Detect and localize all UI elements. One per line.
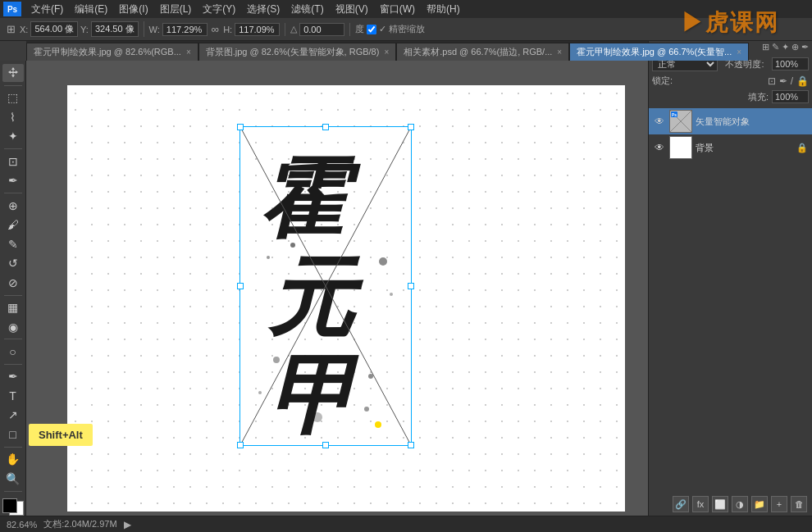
adjustment-btn[interactable]: ◑ [732, 496, 748, 512]
stamp-tool[interactable]: ✎ [2, 235, 24, 253]
group-btn[interactable]: 📁 [751, 496, 768, 512]
tab-0-close[interactable]: × [186, 48, 191, 57]
dodge-tool[interactable]: ○ [2, 343, 24, 361]
fill-input[interactable] [772, 90, 809, 103]
lock-position-icon[interactable]: ✒ [779, 75, 787, 87]
handle-top-left[interactable] [237, 124, 244, 130]
eyedropper-tool[interactable]: ✒ [2, 171, 24, 189]
shape-tool[interactable]: □ [2, 425, 24, 443]
handle-bottom-center[interactable] [322, 442, 329, 448]
menu-file[interactable]: 文件(F) [26, 1, 68, 18]
tab-2[interactable]: 相关素材.psd @ 66.7%(描边, RGB/... × [396, 43, 569, 61]
menu-help[interactable]: 帮助(H) [422, 1, 465, 18]
separator-2 [4, 148, 22, 149]
handle-bottom-right[interactable] [408, 442, 414, 448]
tab-2-label: 相关素材.psd @ 66.7%(描边, RGB/... [404, 46, 552, 58]
layer-eye-vector[interactable]: 👁 [653, 115, 666, 128]
ps-logo: Ps [3, 2, 21, 16]
y-value[interactable]: 324.50 像 [91, 21, 139, 37]
layer-name-vector: 矢量智能对象 [696, 116, 808, 128]
watermark-text: ▶虎课网 [681, 7, 779, 39]
tab-1-close[interactable]: × [384, 48, 389, 57]
zoom-level: 82.64% [7, 520, 37, 530]
w-value[interactable]: 117.29% [162, 23, 208, 36]
tab-3[interactable]: 霍元甲制绘效果.jpg @ 66.7%(矢量智... × [569, 43, 749, 61]
brush-tool[interactable]: 🖌 [2, 216, 24, 234]
tab-1[interactable]: 背景图.jpg @ 82.6%(矢量智能对象, RGB/8) × [198, 43, 397, 61]
move-tool[interactable] [2, 64, 24, 82]
anti-alias-checkbox[interactable] [367, 25, 376, 34]
menu-window[interactable]: 窗口(W) [375, 1, 420, 18]
separator-4 [4, 295, 22, 296]
anti-alias-text: ✓ 精密缩放 [379, 23, 425, 35]
select-tool[interactable]: ⬚ [2, 89, 24, 107]
history-brush-tool[interactable]: ↺ [2, 254, 24, 272]
layer-eye-background[interactable]: 👁 [653, 141, 666, 154]
separator-6 [4, 364, 22, 365]
watermark: ▶虎课网 [648, 0, 812, 45]
h-label: H: [223, 25, 232, 34]
fill-row: 填充: [649, 89, 812, 105]
layer-item-vector[interactable]: 👁 Ps 矢量智能对象 [649, 108, 812, 134]
layers-list: 👁 Ps 矢量智能对象 👁 背景 🔒 [649, 108, 812, 161]
h-value[interactable]: 117.09% [235, 23, 280, 36]
lock-all-icon[interactable]: 🔒 [796, 75, 809, 87]
path-select-tool[interactable]: ↗ [2, 407, 24, 425]
layer-lock-icon: 🔒 [796, 143, 808, 153]
x-label: X: [20, 25, 28, 34]
menu-filter[interactable]: 滤镜(T) [286, 1, 328, 18]
fill-label: 填充: [748, 91, 769, 103]
separator-8 [4, 491, 22, 492]
link-layers-btn[interactable]: 🔗 [673, 496, 689, 512]
arrow-icon[interactable]: ▶ [124, 519, 131, 530]
tab-2-close[interactable]: × [557, 48, 562, 57]
zoom-tool[interactable]: 🔍 [2, 470, 24, 488]
layer-thumb-vector: Ps [669, 110, 692, 133]
lock-pixels-icon[interactable]: ⊡ [768, 75, 776, 87]
pen-tool[interactable]: ✒ [2, 368, 24, 386]
lasso-tool[interactable]: ⌇ [2, 108, 24, 126]
menu-view[interactable]: 视图(V) [331, 1, 373, 18]
mask-btn[interactable]: ⬜ [712, 496, 728, 512]
gradient-tool[interactable]: ▦ [2, 298, 24, 316]
menu-image[interactable]: 图像(I) [114, 1, 153, 18]
handle-top-right[interactable] [408, 124, 414, 130]
y-label: Y: [80, 25, 89, 34]
layer-item-background[interactable]: 👁 背景 🔒 [649, 134, 812, 161]
w-label: W: [149, 25, 160, 34]
foreground-color[interactable] [2, 498, 17, 513]
new-layer-btn[interactable]: + [771, 496, 787, 512]
crop-tool[interactable]: ⊡ [2, 152, 24, 171]
angle-value[interactable]: 0.00 [299, 23, 344, 36]
menu-edit[interactable]: 编辑(E) [70, 1, 112, 18]
angle-options: △ 0.00 [290, 23, 350, 36]
lock-label: 锁定: [652, 75, 673, 87]
handle-middle-right[interactable] [408, 283, 414, 289]
heal-tool[interactable]: ⊕ [2, 197, 24, 215]
lock-artboard-icon[interactable]: / [791, 75, 793, 87]
menu-text[interactable]: 文字(Y) [198, 1, 240, 18]
svg-text:Ps: Ps [672, 112, 677, 117]
link-icon[interactable]: ∞ [210, 23, 221, 35]
separator-3 [4, 193, 22, 193]
tab-0[interactable]: 霍元甲制绘效果.jpg @ 82.6%(RGB... × [26, 43, 198, 61]
opacity-input[interactable] [772, 57, 809, 70]
text-tool[interactable]: T [2, 387, 24, 405]
blur-tool[interactable]: ◉ [2, 318, 24, 336]
layer-style-btn[interactable]: fx [692, 496, 709, 512]
lock-row: 锁定: ⊡ ✒ / 🔒 [649, 73, 812, 89]
quick-select-tool[interactable]: ✦ [2, 127, 24, 145]
tabs-bar: 霍元甲制绘效果.jpg @ 82.6%(RGB... × 背景图.jpg @ 8… [26, 41, 648, 61]
delete-layer-btn[interactable]: 🗑 [791, 496, 807, 512]
menu-layer[interactable]: 图层(L) [155, 1, 197, 18]
handle-bottom-left[interactable] [237, 442, 244, 448]
tab-1-label: 背景图.jpg @ 82.6%(矢量智能对象, RGB/8) [206, 46, 380, 58]
handle-top-center[interactable] [322, 124, 329, 130]
foreground-background-colors[interactable] [2, 498, 24, 516]
handle-middle-left[interactable] [237, 283, 244, 289]
hand-tool[interactable]: ✋ [2, 451, 24, 469]
x-value[interactable]: 564.00 像 [30, 21, 78, 37]
tab-3-close[interactable]: × [737, 48, 741, 57]
eraser-tool[interactable]: ⊘ [2, 274, 24, 292]
menu-select[interactable]: 选择(S) [242, 1, 285, 18]
